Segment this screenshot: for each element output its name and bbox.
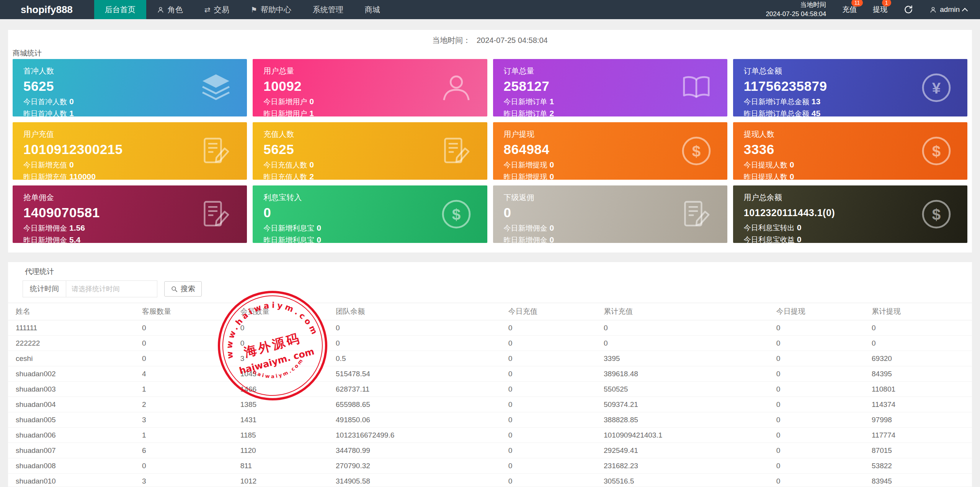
flag-icon: ⚑ (251, 5, 257, 14)
stat-time-label: 统计时间 (23, 280, 66, 297)
refresh-icon[interactable] (903, 5, 913, 15)
card-line: 昨日提现人数0 (744, 172, 957, 180)
card-line2-label: 昨日新增充值 (23, 173, 67, 180)
cell-team-balance: 314905.58 (332, 474, 505, 487)
card-line: 昨日新增利息宝0 (263, 235, 476, 243)
stat-card: 订单总金额 11756235879 今日新增订单总金额13 昨日新增订单总金额4… (733, 59, 967, 116)
card-line2-value: 110000 (69, 172, 96, 180)
card-line1-label: 今日首冲人数 (23, 98, 67, 106)
agent-stats-title: 代理统计 (8, 267, 972, 276)
cell-team-balance: 628737.11 (332, 382, 505, 397)
card-line2-label: 昨日新增佣金 (504, 236, 547, 243)
card-line2-value: 0 (550, 172, 554, 180)
person-icon (929, 6, 937, 13)
cell-today-recharge: 0 (505, 351, 600, 366)
agent-stats-panel: 代理统计 统计时间 搜索 姓名 客服数量 会员数量 团队余额 今日充值 累计充值… (8, 262, 972, 487)
nav-item-label: 交易 (214, 5, 229, 15)
cell-today-withdraw: 0 (773, 366, 868, 382)
card-line: 今日利息宝收益0 (744, 235, 957, 243)
cell-today-withdraw: 0 (773, 412, 868, 428)
cell-today-recharge: 0 (505, 428, 600, 443)
card-line2-value: 45 (812, 109, 820, 116)
cell-total-recharge: 292549.41 (600, 443, 773, 458)
card-line1-value: 0 (69, 160, 74, 169)
cell-cs-count: 6 (138, 443, 237, 458)
cell-cs-count: 0 (138, 336, 237, 351)
nav-item-mall[interactable]: 商城 (354, 0, 391, 19)
stat-time-input[interactable] (66, 280, 157, 297)
card-line1-label: 今日充值人数 (263, 161, 307, 169)
card-line1-label: 今日新增用户 (263, 98, 307, 106)
stat-card: 用户总量 10092 今日新增用户0 昨日新增用户1 (253, 59, 487, 116)
cell-today-withdraw: 0 (773, 428, 868, 443)
app-logo: shopify888 (0, 0, 94, 19)
cell-total-withdraw: 117774 (868, 428, 972, 443)
cell-cs-count: 1 (138, 428, 237, 443)
table-row: shuadan002 4 1045 515478.54 0 389618.48 … (8, 366, 972, 382)
cell-today-recharge: 0 (505, 443, 600, 458)
table-row: shuadan003 1 1466 628737.11 0 550525 0 1… (8, 382, 972, 397)
stat-card: 下级返佣 0 今日新增佣金0 昨日新增佣金0 (493, 185, 727, 243)
cell-name: shuadan002 (8, 366, 138, 382)
admin-username: admin (940, 5, 960, 14)
cell-team-balance: 0.5 (332, 351, 505, 366)
col-header-name: 姓名 (8, 303, 138, 320)
table-row: ceshi 0 3 0.5 0 3395 0 69320 (8, 351, 972, 366)
cell-today-recharge: 0 (505, 320, 600, 336)
nav-item-trade[interactable]: ⇄ 交易 (194, 0, 240, 19)
cell-member-count: 811 (237, 458, 332, 474)
main-nav: 后台首页 角色 ⇄ 交易 ⚑ 帮助中心 系统管理 商城 (94, 0, 391, 19)
table-row: shuadan004 2 1385 655988.65 0 509374.21 … (8, 397, 972, 412)
search-icon (171, 285, 178, 293)
cell-total-recharge: 388828.85 (600, 412, 773, 428)
cell-total-withdraw: 87015 (868, 443, 972, 458)
cell-cs-count: 3 (138, 412, 237, 428)
stat-card: 订单总量 258127 今日新增订单1 昨日新增订单2 (493, 59, 727, 116)
recharge-link[interactable]: 充值 11 (842, 5, 857, 15)
dollar-circle-icon: $ (920, 134, 953, 167)
table-row: 111111 0 0 0 0 0 0 0 (8, 320, 972, 336)
card-line2-label: 昨日新增提现 (504, 173, 547, 180)
time-bar-value: 2024-07-25 04:58:04 (477, 36, 548, 44)
withdraw-label: 提现 (873, 5, 887, 13)
card-line1-value: 13 (812, 97, 820, 106)
cell-name: ceshi (8, 351, 138, 366)
cell-name: shuadan004 (8, 397, 138, 412)
cell-cs-count: 0 (138, 458, 237, 474)
card-line1-label: 今日利息宝转出 (744, 224, 795, 232)
nav-item-roles[interactable]: 角色 (146, 0, 194, 19)
cell-member-count: 1045 (237, 366, 332, 382)
cell-today-recharge: 0 (505, 412, 600, 428)
cell-total-recharge: 550525 (600, 382, 773, 397)
card-line2-value: 0 (790, 172, 794, 180)
cell-today-withdraw: 0 (773, 458, 868, 474)
cell-member-count: 0 (237, 320, 332, 336)
nav-item-system-admin[interactable]: 系统管理 (302, 0, 354, 19)
cell-total-recharge: 305516.5 (600, 474, 773, 487)
nav-item-dashboard[interactable]: 后台首页 (94, 0, 146, 19)
card-line1-value: 1 (550, 97, 554, 106)
search-button[interactable]: 搜索 (164, 281, 202, 297)
nav-item-help-center[interactable]: ⚑ 帮助中心 (240, 0, 302, 19)
cell-member-count: 1385 (237, 397, 332, 412)
cell-name: shuadan006 (8, 428, 138, 443)
stat-card: 抢单佣金 1409070581 今日新增佣金1.56 昨日新增佣金5.4 (13, 185, 247, 243)
cell-member-count: 3 (237, 351, 332, 366)
exchange-icon: ⇄ (204, 5, 211, 14)
navbar-local-time: 当地时间 2024-07-25 04:58:04 (766, 0, 826, 19)
agent-table: 姓名 客服数量 会员数量 团队余额 今日充值 累计充值 今日提现 累计提现 11… (8, 303, 972, 487)
cell-today-withdraw: 0 (773, 336, 868, 351)
stats-grid: 首冲人数 5625 今日首冲人数0 昨日首冲人数1 用户总量 10092 今日新… (8, 57, 972, 243)
card-line1-label: 今日新增利息宝 (263, 224, 314, 232)
cell-total-withdraw: 83945 (868, 474, 972, 487)
user-icon (440, 71, 473, 104)
cell-total-withdraw: 69320 (868, 351, 972, 366)
yen-circle-icon: ¥ (920, 71, 953, 104)
book-icon (680, 71, 713, 104)
admin-menu[interactable]: admin (929, 5, 967, 14)
table-row: 222222 0 0 0 0 0 0 0 (8, 336, 972, 351)
cell-member-count: 1012 (237, 474, 332, 487)
withdraw-link[interactable]: 提现 1 (873, 5, 887, 15)
card-line2-value: 0 (550, 235, 554, 243)
card-line1-label: 今日新增充值 (23, 161, 67, 169)
